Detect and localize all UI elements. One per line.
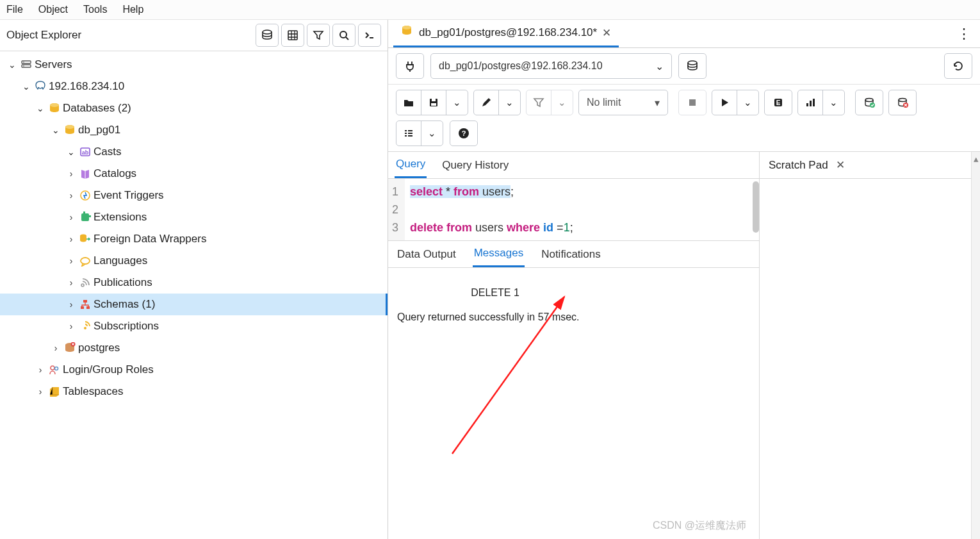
chevron-down-icon: ⌄ (737, 90, 758, 115)
schema-icon (78, 299, 92, 310)
tree-event-triggers[interactable]: ›Event Triggers (0, 185, 388, 206)
database-gold-icon (47, 103, 61, 114)
execute-button[interactable]: ⌄ (712, 90, 759, 115)
tree-databases[interactable]: ⌄Databases (2) (0, 97, 388, 119)
macros-button[interactable]: ⌄ (396, 120, 443, 146)
new-connection-button[interactable] (678, 53, 706, 79)
messages-output: DELETE 1 Query returned successfully in … (388, 268, 759, 539)
editor-scrollbar[interactable] (753, 181, 759, 233)
tab-query[interactable]: Query (395, 152, 427, 178)
reset-layout-button[interactable] (944, 53, 972, 79)
menu-bar: File Object Tools Help (0, 0, 980, 20)
filter-button[interactable]: ⌄ (526, 90, 573, 115)
explain-analyze-button[interactable]: ⌄ (797, 90, 845, 115)
open-file-button[interactable]: ⌄ (396, 90, 468, 115)
stop-button[interactable] (678, 90, 706, 115)
explain-button[interactable] (764, 90, 792, 115)
postgres-icon (33, 81, 47, 92)
tree-languages[interactable]: ›Languages (0, 250, 388, 272)
connection-status-button[interactable] (396, 53, 424, 79)
chevron-down-icon: ⌄ (498, 90, 520, 115)
sql-editor[interactable]: 123 select * from users; delete from use… (388, 179, 759, 241)
query-toolbar: ⌄ ⌄ ⌄ No limit▾ ⌄ ⌄ (388, 85, 980, 120)
subscription-icon (78, 320, 92, 332)
row-limit-select[interactable]: No limit▾ (578, 90, 668, 115)
tree-server-host[interactable]: ⌄192.168.234.10 (0, 76, 388, 97)
extension-icon (78, 211, 92, 223)
commit-button[interactable] (855, 90, 883, 115)
help-button[interactable] (450, 120, 478, 146)
database-disabled-icon (63, 342, 77, 354)
menu-help[interactable]: Help (122, 4, 143, 15)
object-explorer-panel: Object Explorer ⌄Servers ⌄192.168.234.10… (0, 20, 388, 539)
language-icon (78, 255, 92, 267)
psql-tool-button[interactable] (358, 24, 381, 47)
chevron-down-icon: ⌄ (421, 121, 443, 145)
tab-data-output[interactable]: Data Output (396, 241, 457, 267)
publication-icon (78, 277, 92, 288)
connection-select[interactable]: db_pg01/postgres@192.168.234.10⌄ (430, 53, 672, 79)
roles-icon (47, 364, 61, 376)
menu-tools[interactable]: Tools (83, 4, 107, 15)
tree-servers[interactable]: ⌄Servers (0, 54, 388, 76)
fdw-icon (78, 233, 92, 245)
tree-casts[interactable]: ⌄Casts (0, 141, 388, 163)
chevron-down-icon: ⌄ (655, 60, 664, 72)
tab-notifications[interactable]: Notifications (540, 241, 602, 267)
object-tree[interactable]: ⌄Servers ⌄192.168.234.10 ⌄Databases (2) … (0, 51, 388, 539)
tab-messages[interactable]: Messages (473, 241, 525, 267)
menu-file[interactable]: File (6, 4, 23, 15)
chevron-down-icon: ⌄ (822, 90, 844, 115)
editor-tab[interactable]: db_pg01/postgres@192.168.234.10* ✕ (393, 20, 619, 47)
query-tool-button[interactable] (256, 24, 279, 47)
tree-db-pg01[interactable]: ⌄db_pg01 (0, 119, 388, 141)
tree-tablespaces[interactable]: ›Tablespaces (0, 381, 388, 402)
catalog-icon (78, 168, 92, 179)
view-data-button[interactable] (281, 24, 304, 47)
tree-catalogs[interactable]: ›Catalogs (0, 163, 388, 185)
kebab-menu-icon[interactable]: ⋮ (957, 26, 971, 42)
tablespace-icon (47, 386, 61, 397)
watermark-text: CSDN @运维魔法师 (653, 519, 746, 533)
editor-panel: db_pg01/postgres@192.168.234.10* ✕ ⋮ db_… (388, 20, 980, 539)
tree-subscriptions[interactable]: ›Subscriptions (0, 315, 388, 337)
editor-tab-label: db_pg01/postgres@192.168.234.10* (419, 26, 597, 39)
tab-query-history[interactable]: Query History (441, 152, 510, 178)
chevron-down-icon: ⌄ (446, 90, 468, 115)
database-icon (401, 25, 414, 41)
tree-publications[interactable]: ›Publications (0, 272, 388, 294)
scratch-pad-area[interactable] (760, 179, 971, 539)
line-gutter: 123 (388, 179, 405, 240)
server-group-icon (19, 59, 33, 70)
tree-extensions[interactable]: ›Extensions (0, 206, 388, 228)
tree-schemas[interactable]: ›Schemas (1) (0, 294, 388, 315)
cast-icon (78, 146, 92, 158)
tree-fdw[interactable]: ›Foreign Data Wrappers (0, 228, 388, 250)
panel-title: Object Explorer (6, 29, 253, 42)
chevron-down-icon: ⌄ (551, 90, 573, 115)
close-icon[interactable]: ✕ (836, 158, 845, 172)
database-gold-icon (63, 124, 77, 136)
rollback-button[interactable] (888, 90, 917, 115)
tree-login-roles[interactable]: ›Login/Group Roles (0, 359, 388, 381)
right-scrollbar[interactable]: ▴ (971, 152, 980, 539)
tree-postgres-db[interactable]: ›postgres (0, 337, 388, 359)
edit-button[interactable]: ⌄ (473, 90, 521, 115)
scratch-pad-label: Scratch Pad (769, 159, 828, 172)
filter-rows-button[interactable] (307, 24, 330, 47)
event-trigger-icon (78, 190, 92, 201)
menu-object[interactable]: Object (38, 4, 68, 15)
search-button[interactable] (332, 24, 355, 47)
close-icon[interactable]: ✕ (602, 26, 611, 40)
